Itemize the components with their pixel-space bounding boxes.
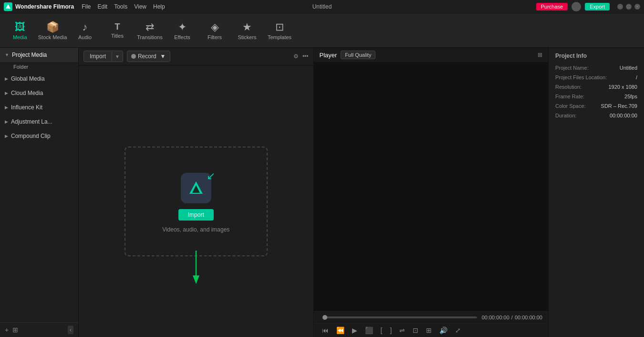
- player-toolbar: Player Full Quality ⊞: [314, 48, 549, 63]
- proj-files-row: Project Files Location: /: [555, 74, 637, 80]
- cloud-media-arrow-icon: ▶: [5, 91, 8, 95]
- main-content: ▼ Project Media Folder ▶ Global Media ▶ …: [0, 48, 644, 337]
- drop-import-button[interactable]: Import: [178, 209, 214, 221]
- add-folder-icon[interactable]: +: [5, 326, 9, 334]
- record-button[interactable]: Record: [138, 53, 156, 60]
- adjustment-arrow-icon: ▶: [5, 119, 8, 124]
- import-button[interactable]: Import: [84, 51, 112, 62]
- toolbar-effects[interactable]: ✦ Effects: [167, 16, 197, 45]
- toolbar-audio-label: Audio: [78, 34, 92, 40]
- panel-influence-kit[interactable]: ▶ Influence Kit: [0, 100, 78, 115]
- panel-project-media-label: Project Media: [12, 52, 47, 58]
- toolbar-templates-label: Templates: [268, 34, 291, 40]
- toolbar-stock-label: Stock Media: [38, 34, 67, 40]
- menu-view[interactable]: View: [134, 3, 146, 10]
- window-title: Untitled: [312, 3, 332, 10]
- player-area: Player Full Quality ⊞ 00:00:00:00 / 00:0…: [314, 48, 549, 337]
- panel-global-media-label: Global Media: [11, 75, 45, 82]
- grid-view-icon[interactable]: ⊞: [12, 326, 18, 334]
- menu-file[interactable]: File: [82, 3, 91, 10]
- step-back-button[interactable]: ⏪: [334, 326, 347, 335]
- player-settings-icon[interactable]: ⊞: [538, 52, 542, 58]
- panel-global-media[interactable]: ▶ Global Media: [0, 72, 78, 86]
- player-view: [314, 63, 549, 311]
- panel-bottom-actions: + ⊞ ‹: [0, 322, 78, 337]
- effects-icon: ✦: [178, 21, 187, 33]
- mark-in-button[interactable]: [: [378, 326, 385, 335]
- proj-resolution-label: Resolution:: [555, 84, 582, 90]
- speed-button[interactable]: ⇌: [397, 326, 407, 335]
- mark-out-button[interactable]: ]: [387, 326, 394, 335]
- purchase-button[interactable]: Purchase: [536, 3, 568, 11]
- menu-edit[interactable]: Edit: [97, 3, 107, 10]
- progress-thumb[interactable]: [322, 315, 327, 320]
- collapse-panel-button[interactable]: ‹: [68, 326, 73, 334]
- window-buttons: − □ ×: [617, 4, 640, 10]
- panel-cloud-media[interactable]: ▶ Cloud Media: [0, 86, 78, 100]
- guide-arrow: [191, 251, 201, 284]
- proj-framerate-label: Frame Rate:: [555, 94, 584, 99]
- record-dropdown-arrow[interactable]: ▼: [158, 53, 166, 60]
- toolbar-media[interactable]: 🖼 Media: [5, 16, 35, 45]
- maximize-button[interactable]: □: [626, 4, 632, 10]
- menu-bar: File Edit Tools View Help: [82, 3, 165, 10]
- toolbar-stickers[interactable]: ★ Stickers: [232, 16, 262, 45]
- filter-sort-icon[interactable]: ⚙: [293, 53, 299, 60]
- close-button[interactable]: ×: [634, 4, 640, 10]
- panel-folder[interactable]: Folder: [0, 62, 78, 72]
- audio-icon: ♪: [83, 21, 88, 33]
- fullscreen-button[interactable]: ⤢: [453, 326, 463, 335]
- toolbar-stickers-label: Stickers: [238, 34, 256, 40]
- panel-cloud-media-label: Cloud Media: [11, 90, 43, 96]
- play-button[interactable]: ▶: [350, 326, 360, 335]
- toolbar-filters[interactable]: ◈ Filters: [199, 16, 230, 45]
- proj-duration-row: Duration: 00:00:00:00: [555, 113, 637, 118]
- toolbar-transitions[interactable]: ⇄ Transitions: [135, 16, 165, 45]
- time-separator: /: [511, 315, 513, 320]
- player-toolbar-right: ⊞: [538, 52, 542, 58]
- total-time-display: 00:00:00:00: [515, 315, 542, 320]
- toolbar-titles[interactable]: T Titles: [102, 16, 133, 45]
- toolbar-transitions-label: Transitions: [137, 34, 162, 40]
- player-controls: 00:00:00:00 / 00:00:00:00: [314, 311, 549, 323]
- minimize-button[interactable]: −: [617, 4, 623, 10]
- panel-influence-kit-section: ▶ Influence Kit: [0, 100, 78, 115]
- titlebar: Wondershare Filmora File Edit Tools View…: [0, 0, 644, 13]
- toolbar-media-label: Media: [13, 34, 27, 40]
- toolbar-templates[interactable]: ⊡ Templates: [264, 16, 295, 45]
- panel-project-media[interactable]: ▼ Project Media: [0, 48, 78, 62]
- right-panel: Project Info Project Name: Untitled Proj…: [549, 48, 644, 337]
- proj-framerate-row: Frame Rate: 25fps: [555, 94, 637, 99]
- export-button[interactable]: Export: [585, 3, 610, 11]
- toolbar-stock-media[interactable]: 📦 Stock Media: [37, 16, 68, 45]
- toolbar-effects-label: Effects: [174, 34, 190, 40]
- proj-resolution-value: 1920 x 1080: [608, 84, 637, 90]
- import-dropdown-arrow[interactable]: ▼: [112, 52, 123, 61]
- panel-project-media-section: ▼ Project Media Folder: [0, 48, 78, 72]
- proj-duration-label: Duration:: [555, 113, 577, 118]
- drop-icon-wrap: ↙: [177, 170, 215, 203]
- media-drop-box[interactable]: ↙ Import Videos, audio, and images: [125, 147, 268, 256]
- player-progress-bar[interactable]: [322, 316, 477, 318]
- panel-adjustment[interactable]: ▶ Adjustment La...: [0, 115, 78, 129]
- menu-help[interactable]: Help: [153, 3, 165, 10]
- zoom-button[interactable]: ⊞: [424, 326, 434, 335]
- import-button-group: Import ▼: [83, 51, 123, 62]
- player-tab[interactable]: Player: [320, 52, 337, 59]
- stock-media-icon: 📦: [46, 21, 59, 33]
- svg-marker-4: [193, 275, 199, 284]
- record-button-group: Record ▼: [127, 51, 170, 62]
- panel-compound-clip[interactable]: ▶ Compound Clip: [0, 129, 78, 143]
- quality-select[interactable]: Full Quality: [341, 51, 375, 59]
- influence-kit-arrow-icon: ▶: [5, 105, 8, 110]
- toolbar-audio[interactable]: ♪ Audio: [70, 16, 100, 45]
- volume-button[interactable]: 🔊: [437, 326, 450, 335]
- proj-files-value: /: [636, 74, 637, 80]
- snapshot-button[interactable]: ⬛: [363, 326, 375, 335]
- crop-button[interactable]: ⊡: [410, 326, 421, 335]
- more-options-icon[interactable]: •••: [302, 53, 309, 60]
- menu-tools[interactable]: Tools: [114, 3, 127, 10]
- titles-icon: T: [115, 22, 120, 32]
- go-to-start-button[interactable]: ⏮: [320, 326, 331, 335]
- app-name: Wondershare Filmora: [15, 3, 74, 10]
